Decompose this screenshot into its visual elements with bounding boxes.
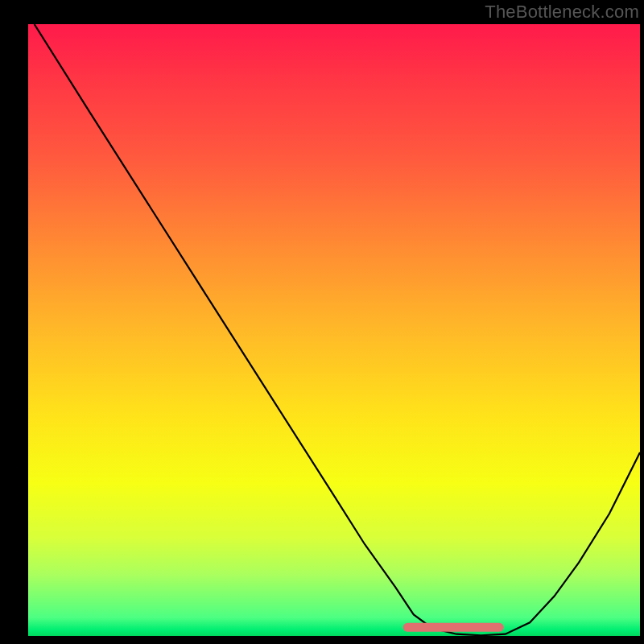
chart-container: TheBottleneck.com	[0, 0, 644, 644]
bottleneck-curve	[35, 24, 640, 635]
watermark-text: TheBottleneck.com	[485, 2, 639, 23]
plot-area	[28, 24, 640, 636]
chart-svg	[28, 24, 640, 636]
